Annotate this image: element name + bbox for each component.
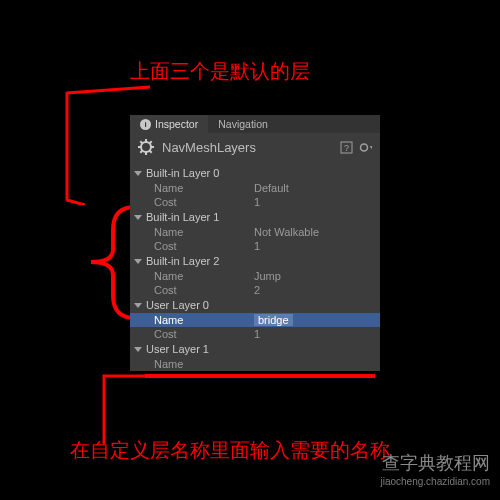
annotation-underline xyxy=(145,374,375,378)
layer-head-label: Built-in Layer 1 xyxy=(146,211,219,223)
layer-head-label: Built-in Layer 0 xyxy=(146,167,219,179)
prop-row-cost[interactable]: Cost1 xyxy=(130,239,380,253)
page-title: NavMeshLayers xyxy=(162,140,340,155)
prop-label: Name xyxy=(154,226,254,238)
svg-point-14 xyxy=(363,146,365,148)
prop-value: 1 xyxy=(254,328,380,340)
annotation-bottom: 在自定义层名称里面输入需要的名称 xyxy=(70,437,390,464)
svg-text:?: ? xyxy=(344,143,349,153)
chevron-down-icon xyxy=(134,347,142,352)
tab-navigation-label: Navigation xyxy=(218,118,268,130)
prop-row-cost[interactable]: Cost1 xyxy=(130,195,380,209)
help-icon[interactable]: ? xyxy=(340,141,353,154)
prop-row-name[interactable]: NameDefault xyxy=(130,181,380,195)
prop-value: Default xyxy=(254,182,380,194)
prop-value: 1 xyxy=(254,196,380,208)
layer-foldout[interactable]: Built-in Layer 1 xyxy=(130,209,380,225)
prop-row-name[interactable]: NameNot Walkable xyxy=(130,225,380,239)
layer-foldout[interactable]: Built-in Layer 2 xyxy=(130,253,380,269)
prop-value: 2 xyxy=(254,284,380,296)
prop-value: Jump xyxy=(254,270,380,282)
tab-navigation[interactable]: Navigation xyxy=(208,115,278,133)
prop-label: Cost xyxy=(154,196,254,208)
prop-label: Name xyxy=(154,270,254,282)
annotation-arrow-bottom xyxy=(100,372,150,447)
layer-head-label: User Layer 0 xyxy=(146,299,209,311)
chevron-down-icon xyxy=(134,259,142,264)
layer-foldout[interactable]: User Layer 1 xyxy=(130,341,380,357)
svg-line-10 xyxy=(150,141,152,143)
layer-head-label: User Layer 1 xyxy=(146,343,209,355)
name-input[interactable]: bridge xyxy=(254,314,380,326)
svg-text:▾: ▾ xyxy=(370,144,372,150)
prop-row-name[interactable]: NameJump xyxy=(130,269,380,283)
info-icon: i xyxy=(140,119,151,130)
watermark-url: jiaocheng.chazidian.com xyxy=(380,475,490,488)
watermark: 查字典教程网 jiaocheng.chazidian.com xyxy=(380,452,490,488)
prop-value: Not Walkable xyxy=(254,226,380,238)
input-text: bridge xyxy=(254,314,293,326)
prop-value xyxy=(254,358,380,370)
chevron-down-icon xyxy=(134,171,142,176)
layer-head-label: Built-in Layer 2 xyxy=(146,255,219,267)
prop-row-name[interactable]: Name xyxy=(130,357,380,371)
panel-header: NavMeshLayers ? ▾ xyxy=(130,133,380,165)
prop-row-name-selected[interactable]: Namebridge xyxy=(130,313,380,327)
prop-label: Cost xyxy=(154,284,254,296)
tab-bar: i Inspector Navigation xyxy=(130,115,380,133)
layer-list: Built-in Layer 0 NameDefault Cost1 Built… xyxy=(130,165,380,371)
svg-line-8 xyxy=(150,151,152,153)
tab-inspector[interactable]: i Inspector xyxy=(130,115,208,133)
prop-label: Name xyxy=(154,182,254,194)
svg-line-7 xyxy=(140,141,142,143)
prop-value: 1 xyxy=(254,240,380,252)
settings-gear-icon[interactable]: ▾ xyxy=(359,141,372,154)
layer-foldout[interactable]: User Layer 0 xyxy=(130,297,380,313)
inspector-panel: i Inspector Navigation NavMeshLayers ? ▾… xyxy=(130,115,380,371)
prop-row-cost[interactable]: Cost1 xyxy=(130,327,380,341)
svg-point-2 xyxy=(144,145,148,149)
prop-label: Name xyxy=(154,358,254,370)
chevron-down-icon xyxy=(134,303,142,308)
gear-icon xyxy=(138,139,154,155)
annotation-top: 上面三个是默认的层 xyxy=(130,58,310,85)
chevron-down-icon xyxy=(134,215,142,220)
tab-inspector-label: Inspector xyxy=(155,118,198,130)
prop-label: Cost xyxy=(154,328,254,340)
prop-label: Name xyxy=(154,314,254,326)
prop-label: Cost xyxy=(154,240,254,252)
watermark-title: 查字典教程网 xyxy=(380,452,490,475)
layer-foldout[interactable]: Built-in Layer 0 xyxy=(130,165,380,181)
svg-line-9 xyxy=(140,151,142,153)
prop-row-cost[interactable]: Cost2 xyxy=(130,283,380,297)
